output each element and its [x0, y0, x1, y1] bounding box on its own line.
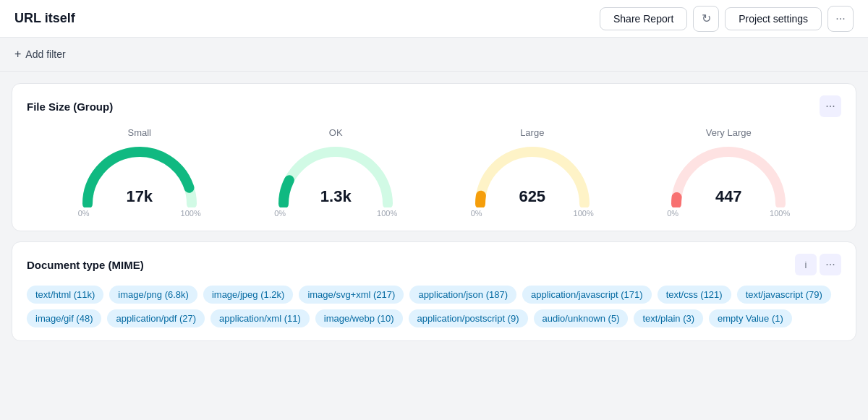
- mime-tag[interactable]: text/javascript (79): [737, 286, 831, 304]
- gauge-value: 447: [715, 187, 742, 206]
- gauges-row: Small 17k0%100%OK 1.3k0%100%Large 6250%1…: [27, 120, 841, 218]
- mime-tag[interactable]: text/html (11k): [27, 286, 103, 304]
- share-report-button[interactable]: Share Report: [600, 7, 687, 30]
- mime-tag[interactable]: empty Value (1): [709, 309, 792, 327]
- mime-info-button[interactable]: i: [795, 254, 817, 275]
- mime-tag[interactable]: application/javascript (171): [522, 286, 652, 304]
- mime-card-header: Document type (MIME) i ···: [27, 254, 841, 275]
- gauge-axis-max: 100%: [181, 209, 201, 218]
- gauge-item-small: Small 17k0%100%: [60, 127, 219, 218]
- project-settings-button[interactable]: Project settings: [725, 7, 822, 30]
- mime-tag[interactable]: application/postscript (9): [409, 309, 528, 327]
- file-size-card-title: File Size (Group): [27, 100, 113, 113]
- mime-tag[interactable]: application/xml (11): [210, 309, 310, 327]
- gauge-axis-min: 0%: [471, 209, 482, 218]
- header-actions: Share Report ↻ Project settings ···: [600, 6, 854, 32]
- gauge-svg-wrap: 447: [667, 142, 790, 207]
- gauge-svg-wrap: 17k: [78, 142, 201, 207]
- gauge-item-ok: OK 1.3k0%100%: [256, 127, 415, 218]
- gauge-label: Small: [127, 127, 151, 138]
- mime-tag[interactable]: image/png (6.8k): [109, 286, 197, 304]
- gauge-axis-max: 100%: [574, 209, 594, 218]
- mime-tag[interactable]: image/svg+xml (217): [299, 286, 404, 304]
- plus-icon: +: [14, 48, 21, 61]
- filter-bar: + Add filter: [0, 38, 868, 72]
- gauge-axis-max: 100%: [377, 209, 397, 218]
- gauge-axis: 0%100%: [471, 209, 594, 218]
- mime-tag[interactable]: application/pdf (27): [107, 309, 205, 327]
- mime-tag[interactable]: application/json (187): [409, 286, 516, 304]
- gauge-item-large: Large 6250%100%: [453, 127, 612, 218]
- mime-tag[interactable]: audio/unknown (5): [534, 309, 629, 327]
- mime-tags-container: text/html (11k)image/png (6.8k)image/jpe…: [27, 278, 841, 327]
- mime-tag[interactable]: text/css (121): [658, 286, 731, 304]
- mime-menu-button[interactable]: ···: [820, 254, 841, 275]
- gauge-axis: 0%100%: [274, 209, 397, 218]
- gauge-svg-wrap: 625: [471, 142, 594, 207]
- add-filter-label: Add filter: [25, 48, 65, 60]
- gauge-axis: 0%100%: [78, 209, 201, 218]
- file-size-card-header: File Size (Group) ···: [27, 95, 841, 117]
- mime-tag[interactable]: image/webp (10): [315, 309, 403, 327]
- refresh-button[interactable]: ↻: [693, 6, 719, 32]
- header: URL itself Share Report ↻ Project settin…: [0, 0, 868, 38]
- gauge-item-very-large: Very Large 4470%100%: [649, 127, 808, 218]
- gauge-axis-min: 0%: [78, 209, 90, 218]
- gauge-value: 625: [519, 187, 545, 206]
- gauge-label: Very Large: [706, 127, 752, 138]
- gauge-axis: 0%100%: [667, 209, 790, 218]
- mime-tag[interactable]: image/gif (48): [27, 309, 101, 327]
- more-icon: ···: [835, 12, 845, 25]
- cards-container: File Size (Group) ··· Small 17k0%100%OK …: [0, 72, 868, 350]
- gauge-label: OK: [329, 127, 343, 138]
- add-filter-button[interactable]: + Add filter: [14, 48, 66, 61]
- gauge-axis-max: 100%: [770, 209, 790, 218]
- gauge-label: Large: [520, 127, 544, 138]
- gauge-svg-wrap: 1.3k: [274, 142, 397, 207]
- file-size-card: File Size (Group) ··· Small 17k0%100%OK …: [12, 83, 856, 231]
- gauge-value: 17k: [126, 187, 153, 206]
- gauge-axis-min: 0%: [667, 209, 678, 218]
- mime-card-title: Document type (MIME): [27, 259, 144, 271]
- mime-card-actions: i ···: [795, 254, 841, 275]
- more-options-button[interactable]: ···: [827, 6, 854, 32]
- mime-card: Document type (MIME) i ··· text/html (11…: [12, 241, 856, 341]
- file-size-menu-button[interactable]: ···: [820, 95, 841, 117]
- mime-tag[interactable]: image/jpeg (1.2k): [203, 286, 293, 304]
- gauge-axis-min: 0%: [274, 209, 286, 218]
- mime-tag[interactable]: text/plain (3): [634, 309, 703, 327]
- page-title: URL itself: [14, 11, 75, 26]
- gauge-value: 1.3k: [320, 187, 352, 206]
- refresh-icon: ↻: [702, 12, 711, 25]
